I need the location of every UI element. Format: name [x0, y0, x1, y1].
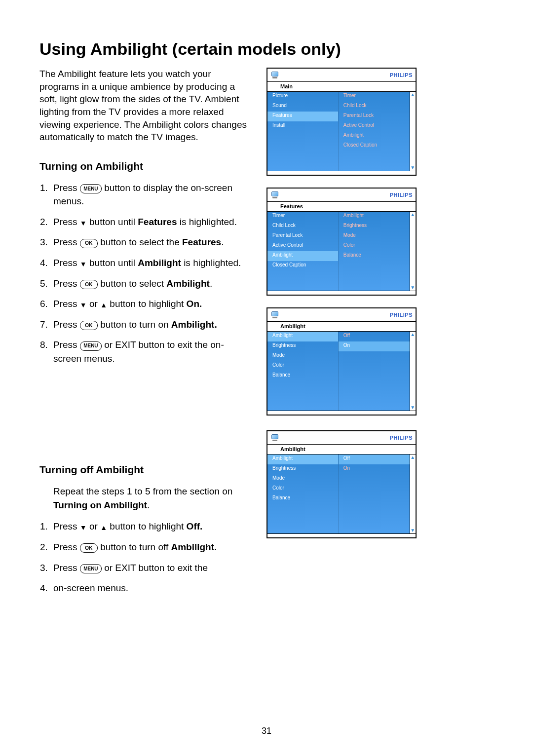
menu-value: Ambilight	[339, 131, 410, 141]
menu-value: Off	[339, 332, 410, 341]
down-triangle-icon: ▼	[80, 220, 87, 227]
menu-button-icon: MENU	[80, 341, 102, 351]
menu-item	[267, 151, 338, 161]
page-title: Using Ambilight (certain models only)	[39, 39, 498, 59]
scrollbar: ▲▼	[410, 332, 416, 411]
scroll-down-icon: ▼	[410, 285, 415, 291]
menu-value	[339, 514, 410, 524]
menu-breadcrumb: Main	[267, 82, 416, 92]
scrollbar: ▲▼	[410, 92, 416, 171]
osd-menu: PHILIPS Ambilight AmbilightBrightnessMod…	[266, 307, 417, 416]
menu-item	[267, 514, 338, 524]
menu-value: Mode	[339, 231, 410, 241]
step: Press OK button to select the Features.	[50, 235, 247, 249]
step: Press MENU button to display the on-scre…	[50, 181, 247, 208]
scroll-down-icon: ▼	[410, 165, 415, 171]
menu-item: Sound	[267, 102, 338, 112]
menu-value	[339, 474, 410, 484]
menu-item: Mode	[267, 351, 338, 361]
menu-value	[339, 161, 410, 171]
menu-button-icon: MENU	[80, 184, 102, 193]
menu-item: Closed Caption	[267, 261, 338, 271]
ok-button-icon: OK	[80, 321, 98, 330]
scroll-up-icon: ▲	[410, 92, 415, 98]
menu-item: Color	[267, 484, 338, 494]
down-triangle-icon: ▼	[80, 261, 87, 267]
menu-item: Mode	[267, 474, 338, 484]
tv-icon	[270, 434, 279, 441]
menu-value	[339, 151, 410, 161]
menu-item	[267, 391, 338, 401]
step: Press OK button to select Ambilight.	[50, 277, 247, 291]
menu-item: Ambilight	[267, 454, 338, 464]
step: Press ▼ button until Features is highlig…	[50, 215, 247, 229]
step: Press MENU or EXIT button to exit the on…	[50, 338, 247, 365]
step: Press OK button to turn off Ambilight.	[50, 540, 247, 554]
scroll-down-icon: ▼	[410, 528, 415, 533]
menu-value	[339, 391, 410, 401]
intro-paragraph: The Ambilight feature lets you watch you…	[39, 68, 247, 144]
ok-button-icon: OK	[80, 239, 98, 248]
up-triangle-icon: ▲	[100, 524, 107, 531]
menu-value: Brightness	[339, 222, 410, 231]
step: Press MENU or EXIT button to exit the	[50, 561, 247, 575]
scroll-down-icon: ▼	[410, 405, 415, 411]
menu-item: Picture	[267, 92, 338, 102]
menu-item: Color	[267, 361, 338, 371]
menu-item: Brightness	[267, 464, 338, 474]
step: Press ▼ button until Ambilight is highli…	[50, 256, 247, 270]
scrollbar: ▲▼	[410, 212, 416, 291]
menu-breadcrumb: Features	[267, 202, 416, 212]
menu-value	[339, 494, 410, 504]
menu-value: Off	[339, 454, 410, 464]
step: Press ▼ or ▲ button to highlight Off.	[50, 520, 247, 533]
menu-item: Install	[267, 121, 338, 131]
menu-item	[267, 504, 338, 514]
menu-value: Timer	[339, 92, 410, 102]
menu-value	[339, 281, 410, 291]
menu-item	[267, 141, 338, 151]
menu-value	[339, 524, 410, 533]
step: Press ▼ or ▲ button to highlight On.	[50, 297, 247, 311]
scroll-up-icon: ▲	[410, 332, 415, 338]
heading-turn-off: Turning off Ambilight	[39, 464, 247, 476]
tv-icon	[270, 191, 279, 198]
scrollbar: ▲▼	[410, 454, 416, 533]
menu-value: Closed Caption	[339, 141, 410, 151]
menu-item	[267, 524, 338, 533]
menu-value: Parental Lock	[339, 112, 410, 121]
menu-item	[267, 131, 338, 141]
menu-value	[339, 371, 410, 381]
steps-turn-on: Press MENU button to display the on-scre…	[39, 181, 247, 365]
menu-value	[339, 484, 410, 494]
note: Repeat the steps 1 to 5 from the section…	[39, 485, 247, 512]
menu-button-icon: MENU	[80, 564, 102, 573]
menu-value: Ambilight	[339, 212, 410, 222]
menu-item: Child Lock	[267, 222, 338, 231]
heading-turn-on: Turning on Ambilight	[39, 160, 247, 172]
step: on-screen menus.	[50, 581, 247, 595]
menu-value	[339, 261, 410, 271]
menu-breadcrumb: Ambilight	[267, 445, 416, 454]
menu-item: Ambilight	[267, 332, 338, 341]
menu-item: Features	[267, 112, 338, 121]
brand-logo: PHILIPS	[390, 312, 413, 318]
menu-item	[267, 401, 338, 411]
menu-item: Ambilight	[267, 251, 338, 261]
down-triangle-icon: ▼	[80, 302, 87, 308]
up-triangle-icon: ▲	[100, 302, 107, 308]
osd-menu: PHILIPS Ambilight AmbilightBrightnessMod…	[266, 430, 417, 538]
step: Press OK button to turn on Ambilight.	[50, 318, 247, 332]
brand-logo: PHILIPS	[390, 435, 413, 441]
menu-value: Active Control	[339, 121, 410, 131]
brand-logo: PHILIPS	[390, 192, 413, 198]
menu-value: Balance	[339, 251, 410, 261]
menu-value	[339, 351, 410, 361]
menu-item: Active Control	[267, 241, 338, 251]
tv-icon	[270, 311, 279, 318]
osd-menu: PHILIPS Main PictureSoundFeaturesInstall…	[266, 68, 417, 176]
menu-item: Parental Lock	[267, 231, 338, 241]
osd-menu: PHILIPS Features TimerChild LockParental…	[266, 188, 417, 296]
menu-value: Child Lock	[339, 102, 410, 112]
menu-item: Timer	[267, 212, 338, 222]
